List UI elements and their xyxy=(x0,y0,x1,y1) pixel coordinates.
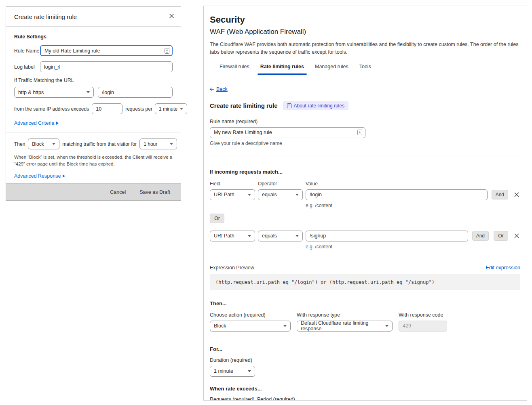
block-duration-select[interactable]: 1 hour xyxy=(139,138,177,149)
operator-select-value: equals xyxy=(262,192,277,197)
response-type-label: With response type xyxy=(297,312,393,318)
scheme-select[interactable]: http & https xyxy=(14,87,94,98)
create-rule-heading: Create rate limiting rule xyxy=(210,102,278,109)
threshold-period-select[interactable]: 1 minute xyxy=(155,103,187,114)
requests-label: Requests (required) xyxy=(210,397,257,401)
period-label: Period (required) xyxy=(257,397,295,401)
page-subtitle: WAF (Web Application Firewall) xyxy=(210,28,520,36)
page-title: Security xyxy=(210,15,520,25)
or-button[interactable]: Or xyxy=(210,214,224,223)
caret-down-icon xyxy=(180,108,183,110)
rule-name-input-wrap xyxy=(40,45,173,56)
rule-name-input[interactable] xyxy=(40,45,173,56)
response-type-column: With response type Default Cloudflare ra… xyxy=(297,312,393,332)
duration-select[interactable]: 1 minute xyxy=(210,366,255,377)
tab-tools[interactable]: Tools xyxy=(358,64,372,74)
tab-managed-rules[interactable]: Managed rules xyxy=(314,64,350,74)
remove-condition-icon[interactable] xyxy=(513,191,520,198)
divider xyxy=(6,132,181,132)
operator-select[interactable]: equals xyxy=(258,189,303,200)
tab-rate-limiting-rules[interactable]: Rate limiting rules xyxy=(259,64,305,74)
response-code-column: With response code xyxy=(399,312,447,332)
traffic-match-label: If Traffic Matching the URL xyxy=(14,78,173,83)
choose-action-label: Choose action (required) xyxy=(210,312,291,318)
security-waf-panel: Security WAF (Web Application Firewall) … xyxy=(203,6,527,401)
advanced-criteria-label: Advanced Criteria xyxy=(14,120,54,126)
operator-select-value: equals xyxy=(262,233,277,239)
about-badge-label: About rate limiting rules xyxy=(294,103,344,109)
response-code-label: With response code xyxy=(399,312,447,318)
response-type-value: Default Cloudflare rate limiting respons… xyxy=(301,320,383,332)
caret-down-icon xyxy=(52,143,55,145)
response-type-select[interactable]: Default Cloudflare rate limiting respons… xyxy=(297,321,393,332)
duration-value: 1 minute xyxy=(214,368,233,374)
field-select[interactable]: URI Path xyxy=(210,189,255,200)
log-label-input[interactable] xyxy=(40,61,173,72)
action-select[interactable]: Block xyxy=(28,138,59,149)
caret-down-icon xyxy=(248,235,251,237)
remove-condition-icon[interactable] xyxy=(513,232,520,239)
threshold-requests-input[interactable] xyxy=(92,103,122,114)
dialog-body: Rule Settings Rule Name Log label If Tra… xyxy=(6,27,181,197)
rate-section-heading: When rate exceeds... xyxy=(210,386,520,392)
then-label: Then xyxy=(14,141,25,147)
back-link[interactable]: Back xyxy=(210,86,228,92)
value-hint: e.g. /content xyxy=(306,244,520,250)
waf-tab-bar: Firewall rules Rate limiting rules Manag… xyxy=(210,64,520,74)
url-input[interactable] xyxy=(98,87,173,98)
expression-preview-row: Expression Preview Edit expression xyxy=(210,265,520,271)
block-note-text: When “Block” is set, when the threshold … xyxy=(14,154,173,168)
page-description: The Cloudflare WAF provides both automat… xyxy=(210,41,520,56)
advanced-response-link[interactable]: Advanced Response xyxy=(14,173,65,179)
field-select[interactable]: URI Path xyxy=(210,231,255,241)
and-button[interactable]: And xyxy=(472,231,489,241)
rule-name-block: Rule name (required) Give your rule a de… xyxy=(210,119,520,146)
triangle-right-icon xyxy=(56,122,59,125)
tab-firewall-rules[interactable]: Firewall rules xyxy=(218,64,251,74)
cancel-button[interactable]: Cancel xyxy=(110,189,126,195)
expression-code: (http.request.uri.path eq "/login") or (… xyxy=(210,274,520,290)
condition-row: URI Path equals And Or xyxy=(210,231,520,241)
rule-settings-heading: Rule Settings xyxy=(14,34,173,40)
dialog-header: Create rate limiting rule xyxy=(6,7,181,27)
caret-down-icon xyxy=(87,91,90,93)
match-section-heading: If incoming requests match... xyxy=(210,169,520,175)
rule-name-label: Rule Name xyxy=(14,48,40,54)
rule-name-label: Rule name (required) xyxy=(210,119,520,124)
action-select-value: Block xyxy=(32,141,44,147)
value-hint: e.g. /content xyxy=(306,203,520,208)
url-input-wrap xyxy=(98,87,173,98)
threshold-middle-label: requests per xyxy=(125,106,152,112)
value-column-label: Value xyxy=(306,181,318,187)
or-row: Or xyxy=(210,214,520,223)
advanced-criteria-link[interactable]: Advanced Criteria xyxy=(14,120,59,126)
back-label: Back xyxy=(216,86,228,92)
caret-down-icon xyxy=(296,235,299,237)
about-rate-limiting-badge[interactable]: About rate limiting rules xyxy=(283,101,348,110)
rule-name-input[interactable] xyxy=(210,127,365,138)
autofill-icon[interactable] xyxy=(165,48,169,54)
expression-preview-label: Expression Preview xyxy=(210,265,254,271)
condition-row: URI Path equals And xyxy=(210,189,520,200)
edit-expression-link[interactable]: Edit expression xyxy=(486,265,520,271)
operator-column-label: Operator xyxy=(258,181,306,187)
back-row: Back xyxy=(210,86,520,93)
operator-select[interactable]: equals xyxy=(258,231,303,241)
value-input-wrap xyxy=(306,189,488,200)
triangle-right-icon xyxy=(63,174,65,178)
block-duration-value: 1 hour xyxy=(144,141,157,147)
value-input[interactable] xyxy=(306,189,488,200)
value-input[interactable] xyxy=(306,231,468,241)
close-icon[interactable] xyxy=(168,13,175,19)
log-label-input-wrap xyxy=(40,61,173,72)
or-button[interactable]: Or xyxy=(494,231,508,241)
back-arrow-icon xyxy=(210,87,215,91)
log-label-label: Log label xyxy=(14,64,40,70)
and-button[interactable]: And xyxy=(492,190,508,199)
autofill-icon[interactable] xyxy=(357,130,362,135)
caret-down-icon xyxy=(283,325,287,327)
then-controls-row: Choose action (required) Block With resp… xyxy=(210,312,520,332)
save-as-draft-button[interactable]: Save as Draft xyxy=(139,189,170,195)
dialog-title: Create rate limiting rule xyxy=(14,13,77,20)
choose-action-select[interactable]: Block xyxy=(210,321,291,332)
